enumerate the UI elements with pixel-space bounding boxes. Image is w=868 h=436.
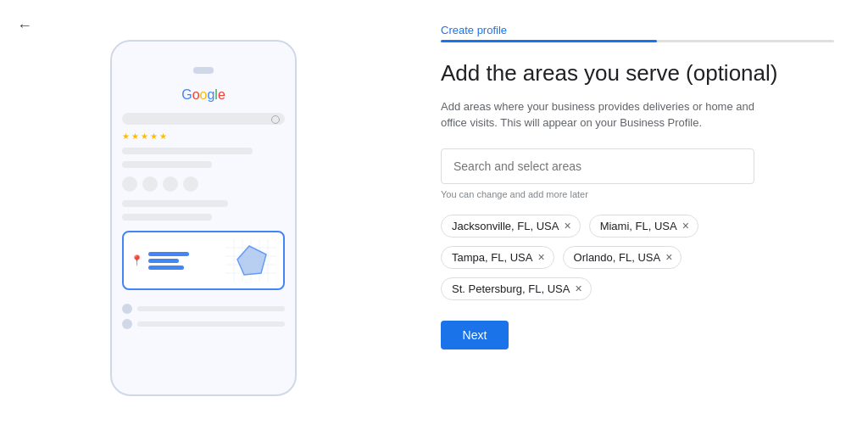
hline-2 bbox=[148, 259, 179, 263]
next-button[interactable]: Next bbox=[441, 321, 509, 349]
bottom-line-2 bbox=[137, 321, 285, 327]
tag-remove[interactable]: × bbox=[564, 220, 570, 232]
tag-remove[interactable]: × bbox=[537, 251, 544, 263]
highlight-left: 📍 bbox=[131, 252, 189, 270]
map-area bbox=[225, 239, 276, 282]
phone-bottom bbox=[122, 304, 285, 329]
svg-marker-9 bbox=[237, 246, 266, 275]
tag-remove[interactable]: × bbox=[682, 220, 689, 232]
tag-label: Miami, FL, USA bbox=[600, 220, 677, 232]
tag-item: St. Petersburg, FL, USA× bbox=[441, 277, 592, 300]
phone-mockup: Google ★ ★ ★ ★ ★ 📍 bbox=[110, 40, 297, 396]
right-panel: Create profile Add the areas you serve (… bbox=[407, 0, 868, 436]
phone-icon-4 bbox=[183, 176, 198, 192]
progress-label: Create profile bbox=[441, 24, 834, 36]
phone-camera bbox=[193, 67, 214, 74]
back-button[interactable]: ← bbox=[17, 17, 32, 35]
tag-item: Jacksonville, FL, USA× bbox=[441, 215, 581, 238]
progress-fill bbox=[441, 40, 657, 42]
page-description: Add areas where your business provides d… bbox=[441, 98, 763, 131]
tag-label: St. Petersburg, FL, USA bbox=[452, 282, 570, 295]
phone-stars: ★ ★ ★ ★ ★ bbox=[122, 131, 285, 141]
phone-line-1 bbox=[122, 148, 253, 154]
highlight-lines bbox=[148, 252, 189, 270]
tag-label: Orlando, FL, USA bbox=[574, 251, 661, 264]
progress-track bbox=[441, 40, 834, 42]
progress-area: Create profile bbox=[441, 24, 834, 42]
phone-line-4 bbox=[122, 214, 212, 221]
tags-container: Jacksonville, FL, USA×Miami, FL, USA×Tam… bbox=[441, 215, 797, 300]
helper-text: You can change and add more later bbox=[441, 189, 834, 199]
google-logo: Google bbox=[122, 87, 285, 103]
hline-3 bbox=[148, 266, 184, 270]
bottom-icon-1 bbox=[122, 304, 132, 314]
phone-icon-1 bbox=[122, 176, 137, 192]
tag-item: Tampa, FL, USA× bbox=[441, 246, 554, 269]
tag-remove[interactable]: × bbox=[665, 251, 672, 263]
phone-icon-row bbox=[122, 176, 285, 192]
phone-search-bar bbox=[122, 113, 285, 125]
bottom-line-1 bbox=[137, 306, 285, 311]
tag-label: Jacksonville, FL, USA bbox=[452, 220, 559, 232]
tag-item: Orlando, FL, USA× bbox=[563, 246, 682, 269]
search-input-wrapper[interactable] bbox=[441, 148, 754, 184]
bottom-icon-2 bbox=[122, 319, 132, 329]
tag-remove[interactable]: × bbox=[575, 282, 581, 294]
tag-label: Tampa, FL, USA bbox=[452, 251, 532, 264]
bottom-row-2 bbox=[122, 319, 285, 329]
search-input[interactable] bbox=[453, 159, 742, 173]
hline-1 bbox=[148, 252, 189, 256]
tag-item: Miami, FL, USA× bbox=[589, 215, 698, 238]
phone-line-2 bbox=[122, 161, 212, 168]
bottom-row-1 bbox=[122, 304, 285, 314]
left-panel: ← Google ★ ★ ★ ★ ★ bbox=[0, 0, 407, 436]
phone-line-3 bbox=[122, 200, 228, 207]
pin-icon: 📍 bbox=[131, 254, 143, 266]
phone-highlight-card: 📍 bbox=[122, 231, 285, 290]
phone-icon-3 bbox=[163, 176, 178, 192]
page-title: Add the areas you serve (optional) bbox=[441, 59, 834, 88]
phone-icon-2 bbox=[142, 176, 158, 192]
